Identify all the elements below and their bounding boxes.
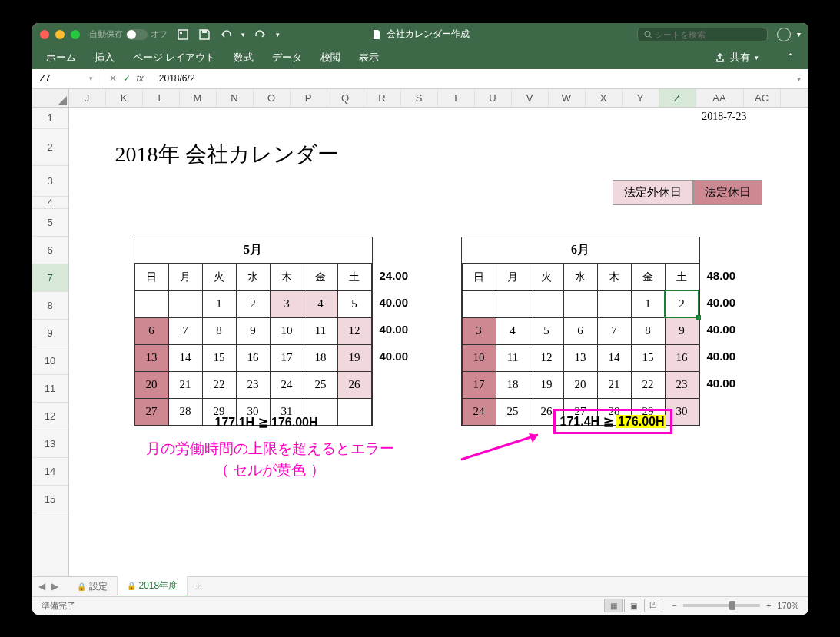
- calendar-cell[interactable]: 15: [631, 344, 665, 371]
- row-13[interactable]: 13: [32, 430, 68, 458]
- calendar-cell[interactable]: [530, 290, 563, 317]
- spreadsheet-grid[interactable]: J K L M N O P Q R S T U V W X Y Z AA AC …: [32, 89, 808, 576]
- calendar-cell[interactable]: 28: [168, 398, 202, 425]
- formula-bar[interactable]: 2018/6/2: [151, 73, 203, 84]
- col-K[interactable]: K: [106, 89, 143, 107]
- col-O[interactable]: O: [254, 89, 291, 107]
- calendar-cell[interactable]: [496, 290, 530, 317]
- calendar-cell[interactable]: 22: [202, 371, 236, 398]
- row-7[interactable]: 7: [32, 264, 68, 292]
- toggle-switch[interactable]: [126, 29, 148, 40]
- calendar-cell[interactable]: 13: [134, 344, 168, 371]
- add-sheet-button[interactable]: +: [188, 581, 208, 592]
- undo-icon[interactable]: [220, 28, 232, 41]
- calendar-cell[interactable]: 19: [530, 371, 563, 398]
- col-N[interactable]: N: [217, 89, 254, 107]
- col-AA[interactable]: AA: [696, 89, 744, 107]
- tab-formulas[interactable]: 数式: [234, 51, 254, 65]
- calendar-cell[interactable]: 12: [530, 344, 563, 371]
- calendar-cell[interactable]: 18: [496, 371, 530, 398]
- calendar-cell[interactable]: 4: [496, 317, 530, 344]
- row-1[interactable]: 1: [32, 108, 68, 129]
- calendar-cell[interactable]: 24: [462, 398, 496, 425]
- row-8[interactable]: 8: [32, 292, 68, 320]
- col-Q[interactable]: Q: [327, 89, 364, 107]
- calendar-cell[interactable]: 13: [563, 344, 597, 371]
- row-9[interactable]: 9: [32, 320, 68, 347]
- row-12[interactable]: 12: [32, 403, 68, 430]
- calendar-cell[interactable]: 10: [270, 317, 304, 344]
- sheet-content[interactable]: 2018-7-23 2018年 会社カレンダー 法定外休日 法定休日 5月 日月…: [69, 108, 808, 576]
- calendar-cell[interactable]: 23: [665, 371, 699, 398]
- calendar-cell[interactable]: [168, 290, 202, 317]
- calendar-cell[interactable]: 7: [597, 317, 631, 344]
- calendar-cell[interactable]: 24: [270, 371, 304, 398]
- row-4[interactable]: 4: [32, 197, 68, 209]
- calendar-cell[interactable]: 1: [202, 290, 236, 317]
- calendar-cell[interactable]: 14: [168, 344, 202, 371]
- calendar-cell[interactable]: 16: [665, 344, 699, 371]
- col-AC[interactable]: AC: [744, 89, 781, 107]
- namebox-dropdown-icon[interactable]: ▾: [89, 75, 93, 82]
- calendar-cell[interactable]: 26: [337, 371, 371, 398]
- tab-insert[interactable]: 挿入: [95, 51, 115, 65]
- autosave-toggle[interactable]: 自動保存 オフ: [89, 28, 168, 40]
- col-S[interactable]: S: [401, 89, 438, 107]
- calendar-cell[interactable]: 21: [168, 371, 202, 398]
- save-icon[interactable]: [198, 28, 211, 41]
- calendar-cell[interactable]: 27: [134, 398, 168, 425]
- fx-icon[interactable]: fx: [137, 73, 144, 84]
- maximize-button[interactable]: [71, 30, 80, 39]
- calendar-cell[interactable]: 1: [631, 290, 665, 317]
- calendar-cell[interactable]: 9: [236, 317, 270, 344]
- calendar-cell[interactable]: 5: [530, 317, 563, 344]
- calendar-cell[interactable]: 20: [134, 371, 168, 398]
- view-normal[interactable]: ▦: [604, 599, 623, 612]
- calendar-cell[interactable]: 17: [270, 344, 304, 371]
- col-V[interactable]: V: [512, 89, 549, 107]
- calendar-cell[interactable]: 16: [236, 344, 270, 371]
- tab-review[interactable]: 校閲: [320, 51, 340, 65]
- tab-next[interactable]: ▶: [51, 581, 58, 592]
- calendar-cell[interactable]: 12: [337, 317, 371, 344]
- col-Y[interactable]: Y: [623, 89, 659, 107]
- row-10[interactable]: 10: [32, 347, 68, 375]
- close-button[interactable]: [40, 30, 49, 39]
- tab-prev[interactable]: ◀: [38, 581, 45, 592]
- search-box[interactable]: [637, 28, 768, 41]
- calendar-cell[interactable]: [337, 398, 371, 425]
- feedback-icon[interactable]: [777, 28, 791, 41]
- calendar-cell[interactable]: 8: [202, 317, 236, 344]
- calendar-cell[interactable]: 17: [462, 371, 496, 398]
- name-box[interactable]: Z7 ▾: [32, 69, 101, 88]
- select-all-corner[interactable]: [32, 89, 69, 107]
- calendar-cell[interactable]: 2: [665, 290, 699, 317]
- calendar-cell[interactable]: 14: [597, 344, 631, 371]
- calendar-cell[interactable]: 19: [337, 344, 371, 371]
- calendar-cell[interactable]: 10: [462, 344, 496, 371]
- row-6[interactable]: 6: [32, 237, 68, 264]
- calendar-cell[interactable]: 11: [496, 344, 530, 371]
- calendar-cell[interactable]: 18: [304, 344, 337, 371]
- calendar-cell[interactable]: [597, 290, 631, 317]
- calendar-cell[interactable]: [563, 290, 597, 317]
- redo-dropdown[interactable]: ▾: [276, 31, 280, 38]
- calendar-cell[interactable]: 20: [563, 371, 597, 398]
- minimize-button[interactable]: [55, 30, 65, 39]
- view-page-layout[interactable]: ▣: [624, 599, 642, 612]
- col-U[interactable]: U: [475, 89, 512, 107]
- col-W[interactable]: W: [549, 89, 586, 107]
- calendar-cell[interactable]: 25: [304, 371, 337, 398]
- row-15[interactable]: 15: [32, 486, 68, 513]
- zoom-out[interactable]: −: [672, 601, 676, 610]
- zoom-in[interactable]: +: [766, 601, 771, 610]
- calendar-cell[interactable]: 11: [304, 317, 337, 344]
- calendar-cell[interactable]: 4: [304, 290, 337, 317]
- calendar-cell[interactable]: 9: [665, 317, 699, 344]
- col-M[interactable]: M: [180, 89, 217, 107]
- col-R[interactable]: R: [364, 89, 401, 107]
- calendar-cell[interactable]: 2: [236, 290, 270, 317]
- calendar-cell[interactable]: 3: [462, 317, 496, 344]
- col-X[interactable]: X: [586, 89, 623, 107]
- col-Z[interactable]: Z: [659, 89, 696, 107]
